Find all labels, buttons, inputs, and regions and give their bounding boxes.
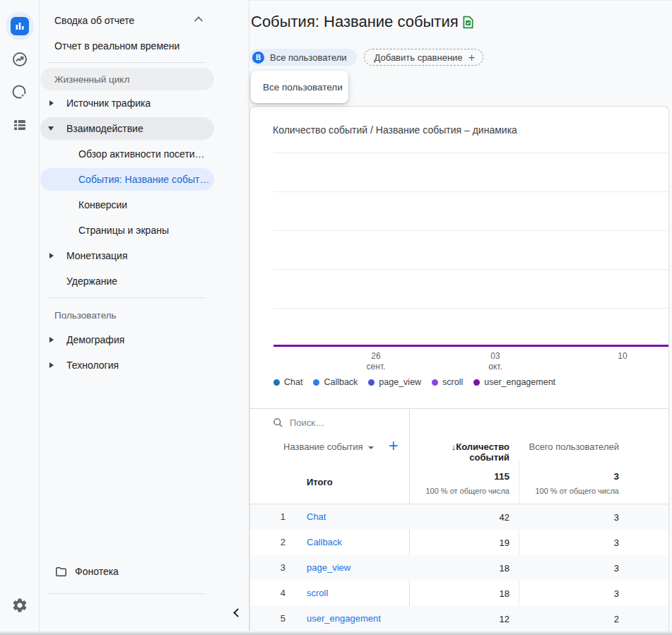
gridline [273,153,668,153]
sidebar-section-lifecycle[interactable]: Жизненный цикл [40,68,214,90]
add-dimension-button[interactable]: + [389,438,398,454]
header-divider [249,0,672,1]
table-row: 4 scroll 18 3 [250,581,668,606]
event-count-cell: 12 [409,614,519,624]
sidebar-item-demographics[interactable]: Демография [40,327,214,352]
bar-chart-icon [11,17,29,35]
advertising-icon[interactable] [6,78,34,107]
sidebar-item-label: Отчет в реальном времени [54,40,179,52]
legend-dot [432,379,438,386]
event-count-cell: 18 [409,588,519,599]
sidebar-item-label: Взаимодействие [66,123,143,134]
legend-item[interactable]: user_engagement [473,377,555,387]
collapse-arrow-icon [48,126,54,131]
gridline [273,308,668,309]
sidebar-item-events[interactable]: События: Название событ… [40,168,214,191]
event-name-link[interactable]: user_engagement [307,613,381,624]
event-count-cell: 18 [409,563,519,574]
gridline [273,230,668,231]
table-row: 1 Chat 42 3 [250,504,668,530]
chart-title: Количество событий / Название события – … [273,124,517,136]
x-axis-tick: 03 окт. [474,351,517,372]
search-input[interactable] [290,417,389,428]
all-users-chip[interactable]: В Все пользователи [249,49,357,66]
report-content: События: Название события В Все пользова… [249,0,672,635]
x-axis-tick: 26 сент. [355,351,397,372]
sidebar-item-tech[interactable]: Технология [40,352,214,378]
row-index: 5 [250,613,285,624]
section-label: Жизненный цикл [54,74,129,85]
collapse-sidebar-button[interactable] [229,606,246,623]
totals-users-cell: 3 100 % от общего числа [519,460,628,495]
dimension-header-dropdown[interactable]: Название события [283,441,374,452]
sidebar-item-engagement[interactable]: Взаимодействие [40,117,214,140]
table-row: 5 user_engagement 12 2 [250,606,668,631]
sidebar-item-label: Обзор активности посети… [78,148,205,160]
legend-item[interactable]: Chat [273,377,302,387]
chip-label: Все пользователи [270,52,347,63]
totals-events-value: 115 [409,471,509,482]
settings-gear-icon[interactable] [11,597,28,614]
folder-icon [54,565,68,578]
event-name-link[interactable]: scroll [307,588,328,598]
metric-header-label: Всего пользователей [529,441,619,452]
nav-divider [48,593,205,594]
tick-month: сент. [355,362,397,372]
event-name-link[interactable]: page_view [307,562,350,573]
sidebar-item-label: Фонотека [75,566,119,577]
totals-users-value: 3 [519,471,619,482]
event-name-link[interactable]: Callback [307,537,342,547]
tick-day: 03 [474,351,517,362]
sidebar-item-monetization[interactable]: Монетизация [40,243,214,268]
legend-label: Chat [284,377,302,387]
x-axis-tick: 10 [601,351,644,362]
row-index: 3 [250,562,285,573]
realtime-icon[interactable] [6,45,34,73]
sidebar-item-conversions[interactable]: Конверсии [40,192,214,218]
search-icon [273,417,283,428]
report-nav-sidebar: Сводка об отчете Отчет в реальном времен… [40,0,249,635]
sidebar-section-user[interactable]: Пользователь [40,303,214,327]
sidebar-item-label: Демография [66,334,124,345]
chevron-left-icon [233,608,242,617]
event-name-link[interactable]: Chat [307,511,326,522]
tick-day: 26 [355,351,397,362]
sidebar-item-engagement-overview[interactable]: Обзор активности посети… [40,141,214,167]
legend-item[interactable]: scroll [432,377,463,387]
window-bottom-edge [0,631,672,635]
sidebar-item-label: Источник трафика [66,97,151,109]
sidebar-item-pages-screens[interactable]: Страницы и экраны [40,218,214,243]
row-index: 4 [250,588,285,598]
nav-divider [49,62,206,63]
chart-legend: Chat Callback page_view scroll user_enga… [273,377,555,387]
explore-icon[interactable] [6,111,34,139]
totals-events-cell: 115 100 % от общего числа [409,460,519,495]
event-count-cell: 42 [409,512,519,523]
table-header-row: Название события + ↓Количество событий В… [250,437,668,460]
sidebar-item-realtime[interactable]: Отчет в реальном времени [40,33,214,59]
metric-header-users[interactable]: Всего пользователей [519,441,628,452]
row-index: 2 [250,537,285,547]
legend-item[interactable]: Callback [313,377,358,387]
totals-events-percent: 100 % от общего числа [409,487,509,495]
total-users-cell: 3 [519,588,628,599]
legend-label: user_engagement [484,377,555,387]
reports-icon[interactable] [6,12,34,40]
add-comparison-chip[interactable]: Добавить сравнение + [364,49,483,66]
sidebar-item-label: Страницы и экраны [78,225,169,236]
sidebar-item-report-snapshot[interactable]: Сводка об отчете [40,8,214,33]
legend-label: page_view [379,377,421,387]
totals-users-percent: 100 % от общего числа [519,487,619,495]
table-row: 2 Callback 19 3 [250,530,668,555]
plus-icon: + [468,52,476,64]
sidebar-item-library[interactable]: Фонотека [40,559,214,584]
segment-badge: В [252,52,264,64]
row-index: 1 [250,511,285,522]
legend-item[interactable]: page_view [368,377,421,387]
expand-arrow-icon [49,337,54,343]
event-count-cell: 19 [409,538,519,548]
legend-dot [368,379,375,386]
sidebar-item-acquisition[interactable]: Источник трафика [40,90,214,116]
sidebar-item-retention[interactable]: Удержание [40,268,214,294]
data-quality-icon[interactable] [461,15,476,32]
